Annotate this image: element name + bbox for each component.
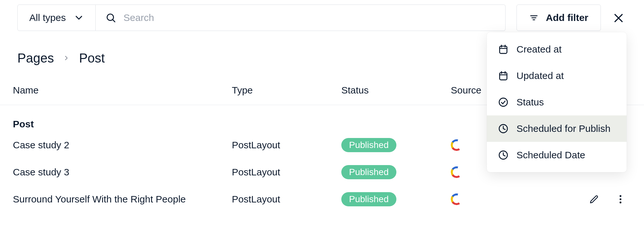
check-circle-icon — [498, 97, 509, 108]
clock-icon — [498, 123, 509, 134]
svg-point-7 — [620, 195, 621, 197]
column-header-type[interactable]: Type — [232, 85, 341, 96]
cell-type: PostLayout — [232, 194, 341, 205]
calendar-icon — [498, 44, 509, 55]
svg-line-1 — [113, 20, 115, 22]
contentful-icon — [451, 193, 462, 205]
svg-point-8 — [620, 198, 621, 200]
add-filter-button[interactable]: Add filter — [516, 5, 601, 31]
type-select-label: All types — [29, 12, 66, 23]
svg-point-9 — [620, 202, 621, 203]
chevron-right-icon — [63, 53, 70, 64]
filter-option-status[interactable]: Status — [487, 89, 627, 115]
cell-name: Surround Yourself With the Right People — [13, 194, 232, 205]
svg-rect-14 — [500, 73, 507, 80]
filter-option-scheduled-publish[interactable]: Scheduled for Publish — [487, 115, 627, 142]
column-header-status[interactable]: Status — [341, 85, 451, 96]
breadcrumb-current: Post — [79, 51, 105, 65]
filter-option-label: Status — [516, 97, 544, 108]
calendar-icon — [498, 70, 509, 81]
cell-status: Published — [341, 138, 451, 152]
contentful-icon — [451, 139, 462, 151]
filter-option-label: Scheduled Date — [516, 150, 585, 161]
close-icon — [612, 12, 625, 24]
filter-option-created-at[interactable]: Created at — [487, 36, 627, 63]
filter-option-label: Scheduled for Publish — [516, 123, 611, 134]
status-badge: Published — [341, 138, 396, 152]
more-icon[interactable] — [615, 194, 626, 205]
column-header-name[interactable]: Name — [13, 85, 232, 96]
toolbar: All types Add filter — [0, 0, 644, 32]
row-actions — [589, 194, 626, 205]
cell-type: PostLayout — [232, 140, 341, 151]
cell-status: Published — [341, 192, 451, 206]
filter-option-scheduled-date[interactable]: Scheduled Date — [487, 142, 627, 168]
cell-name: Case study 3 — [13, 167, 232, 178]
chevron-down-icon — [73, 12, 84, 23]
cell-status: Published — [341, 165, 451, 179]
edit-icon[interactable] — [589, 194, 600, 205]
filter-option-updated-at[interactable]: Updated at — [487, 63, 627, 89]
cell-type: PostLayout — [232, 167, 341, 178]
search-input[interactable] — [123, 12, 496, 23]
table-row[interactable]: Surround Yourself With the Right People … — [0, 186, 644, 213]
filter-icon — [529, 13, 539, 23]
filter-option-label: Created at — [516, 44, 562, 55]
search-icon — [105, 12, 116, 23]
contentful-icon — [451, 166, 462, 178]
add-filter-label: Add filter — [546, 12, 588, 23]
filter-option-label: Updated at — [516, 70, 564, 81]
search-field-wrap[interactable] — [96, 5, 506, 31]
svg-point-18 — [499, 98, 507, 106]
svg-rect-10 — [500, 46, 507, 54]
cell-name: Case study 2 — [13, 140, 232, 151]
close-button[interactable] — [611, 5, 627, 32]
status-badge: Published — [341, 192, 396, 206]
status-badge: Published — [341, 165, 396, 179]
filter-menu: Created at Updated at Status Scheduled f… — [487, 32, 627, 172]
type-select[interactable]: All types — [17, 5, 96, 31]
clock-icon — [498, 150, 509, 161]
breadcrumb-root[interactable]: Pages — [17, 51, 54, 65]
